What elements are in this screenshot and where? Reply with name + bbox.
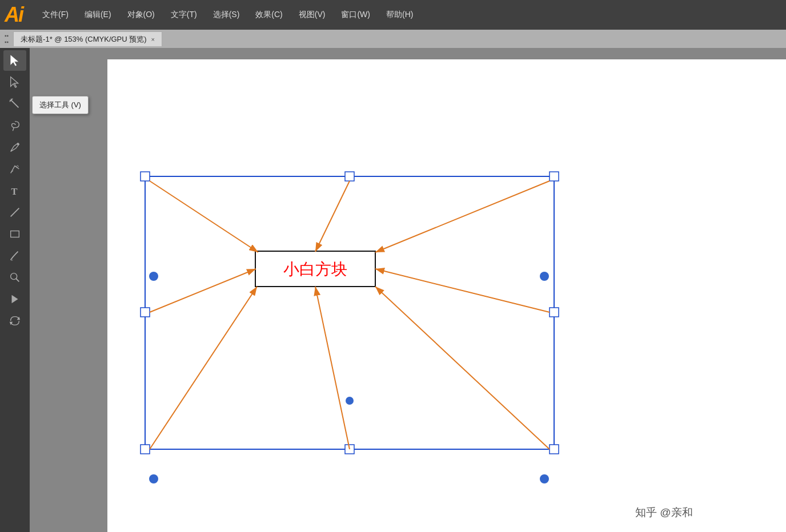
menu-view[interactable]: 视图(V) [291, 6, 334, 23]
menu-effect[interactable]: 效果(C) [247, 6, 290, 23]
direct-selection-tool[interactable] [3, 72, 26, 92]
tooltip-text: 选择工具 (V) [39, 100, 81, 109]
document-tab[interactable]: 未标题-1* @ 153% (CMYK/GPU 预览) × [13, 31, 162, 46]
line-tool[interactable] [3, 202, 26, 223]
svg-marker-1 [11, 77, 18, 87]
type-icon: T [9, 184, 21, 197]
brush-icon [9, 249, 21, 262]
selection-tool-tooltip: 选择工具 (V) [32, 96, 89, 114]
app-logo: Ai [5, 5, 23, 25]
svg-point-2 [17, 143, 19, 146]
svg-rect-16 [550, 308, 559, 317]
rectangle-icon [9, 228, 21, 240]
menu-object[interactable]: 对象(O) [119, 6, 163, 23]
svg-point-22 [149, 474, 158, 483]
svg-marker-0 [11, 55, 18, 66]
tab-close-button[interactable]: × [151, 36, 155, 43]
type-tool[interactable]: T [3, 180, 26, 201]
svg-rect-17 [141, 445, 150, 454]
selection-tool-icon [9, 54, 21, 67]
svg-point-23 [540, 474, 549, 483]
add-anchor-tool[interactable] [3, 159, 26, 179]
menu-help[interactable]: 帮助(H) [378, 6, 421, 23]
pen-icon [9, 141, 21, 154]
rectangle-tool[interactable] [3, 224, 26, 244]
menu-file[interactable]: 文件(F) [34, 6, 77, 23]
magic-wand-icon [9, 98, 21, 110]
svg-rect-14 [550, 172, 559, 181]
search-tool[interactable] [3, 267, 26, 288]
rotate-tool[interactable] [3, 311, 26, 331]
svg-line-7 [16, 279, 19, 282]
menu-window[interactable]: 窗口(W) [333, 6, 378, 23]
add-anchor-icon [9, 163, 21, 175]
svg-rect-15 [141, 308, 150, 317]
direct-selection-icon [9, 76, 21, 88]
svg-text:T: T [11, 186, 18, 197]
svg-point-21 [540, 272, 549, 281]
menu-select[interactable]: 选择(S) [205, 6, 248, 23]
fill-icon [9, 293, 21, 305]
tab-bar: ▪▪▪▪ 未标题-1* @ 153% (CMYK/GPU 预览) × [0, 30, 786, 48]
lasso-icon [9, 119, 21, 132]
svg-rect-5 [11, 231, 19, 237]
svg-text:小白方块: 小白方块 [283, 260, 347, 278]
tab-arrange-icon: ▪▪▪▪ [5, 33, 9, 45]
svg-rect-13 [345, 172, 354, 181]
pen-tool[interactable] [3, 137, 26, 158]
line-icon [9, 206, 21, 219]
svg-point-24 [346, 397, 354, 405]
toolbar: T [0, 48, 30, 532]
svg-text:知乎 @亲和: 知乎 @亲和 [635, 506, 693, 518]
lasso-tool[interactable] [3, 115, 26, 136]
canvas-area[interactable]: 小白方块 [30, 48, 786, 532]
rotate-icon [9, 315, 21, 327]
drawing-canvas: 小白方块 [30, 48, 786, 532]
svg-rect-12 [141, 172, 150, 181]
menu-edit[interactable]: 编辑(E) [77, 6, 119, 23]
artboard: 小白方块 [30, 48, 786, 532]
svg-rect-10 [107, 59, 781, 521]
search-icon [9, 271, 21, 284]
svg-rect-19 [550, 445, 559, 454]
fill-tool[interactable] [3, 289, 26, 309]
tab-title: 未标题-1* @ 153% (CMYK/GPU 预览) [21, 34, 147, 45]
magic-wand-tool[interactable] [3, 94, 26, 114]
menu-text[interactable]: 文字(T) [163, 6, 205, 23]
brush-tool[interactable] [3, 245, 26, 266]
menu-bar: Ai 文件(F) 编辑(E) 对象(O) 文字(T) 选择(S) 效果(C) 视… [0, 0, 786, 30]
main-area: T [0, 48, 786, 532]
selection-tool[interactable] [3, 50, 26, 71]
svg-line-4 [11, 208, 19, 217]
svg-point-20 [149, 272, 158, 281]
